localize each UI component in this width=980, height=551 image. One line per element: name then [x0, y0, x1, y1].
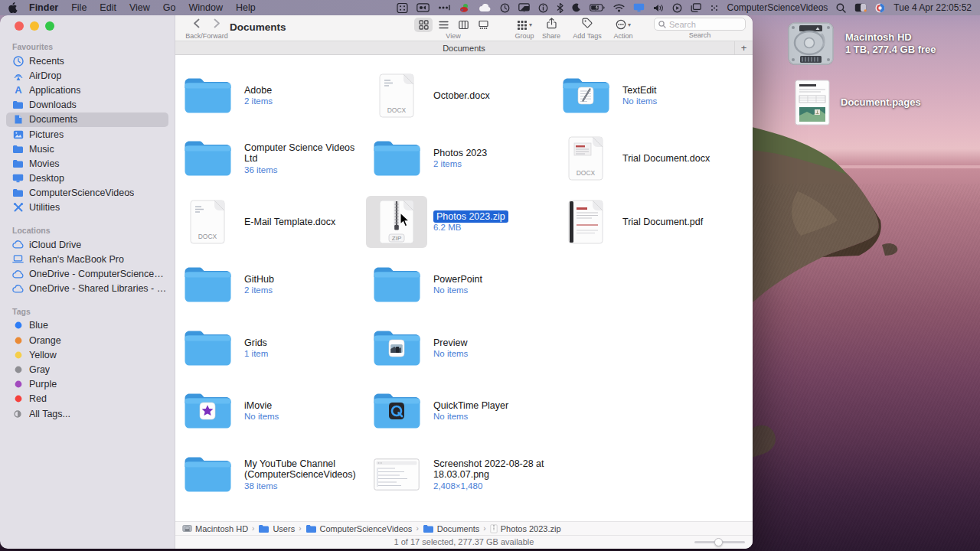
sidebar-item-onedrive-shared-libraries-comp[interactable]: OneDrive - Shared Libraries - Comp...: [6, 282, 168, 296]
menu-view[interactable]: View: [129, 2, 150, 13]
file-item-computer-science-videos-ltd[interactable]: Computer Science Videos Ltd36 items: [177, 132, 364, 185]
play-circle-icon[interactable]: [672, 3, 682, 13]
path-crumb-documents[interactable]: Documents: [423, 524, 480, 533]
app-color-icon[interactable]: [459, 3, 470, 13]
file-item-powerpoint[interactable]: PowerPointNo items: [366, 258, 553, 311]
icon-size-slider[interactable]: [694, 541, 745, 543]
sidebar-item-orange[interactable]: Orange: [6, 333, 168, 347]
user-switch-icon[interactable]: [854, 3, 867, 12]
desktop-icon-macintosh-hd[interactable]: Macintosh HD1 TB, 277.4 GB free: [787, 21, 936, 66]
new-tab-button[interactable]: +: [734, 41, 753, 54]
menu-window[interactable]: Window: [188, 2, 222, 13]
sidebar-item-purple[interactable]: Purple: [6, 377, 168, 392]
magnifier-icon[interactable]: [836, 3, 846, 13]
path-crumb-photos-2023-zip[interactable]: Photos 2023.zip: [490, 524, 561, 533]
view-columns-button[interactable]: [454, 18, 472, 32]
moon-icon[interactable]: [572, 3, 581, 12]
sidebar-item-movies[interactable]: Movies: [6, 156, 168, 171]
windows-stack-icon[interactable]: [691, 3, 701, 12]
menu-edit[interactable]: Edit: [100, 2, 116, 13]
zoom-button[interactable]: [45, 21, 54, 31]
sidebar-item-onedrive-computersciencevideos[interactable]: OneDrive - ComputerScienceVideos: [6, 266, 168, 281]
sidebar-item-pictures[interactable]: Pictures: [6, 127, 168, 142]
sidebar-item-music[interactable]: Music: [6, 142, 168, 156]
desktop-icon-document-pages[interactable]: Document.pages: [795, 80, 921, 126]
sidebar-item-rehan-s-macbook-pro[interactable]: Rehan's MacBook Pro: [6, 252, 168, 266]
timer-icon[interactable]: [500, 3, 510, 13]
add-tags-button[interactable]: [582, 18, 593, 31]
monitor-icon[interactable]: [633, 3, 645, 12]
sidebar-item-recents[interactable]: Recents: [6, 54, 168, 68]
view-gallery-button[interactable]: [474, 18, 492, 32]
file-item-october-docx[interactable]: DOCXOctober.docx: [366, 69, 553, 122]
group-button[interactable]: ▾: [517, 20, 532, 30]
minimize-button[interactable]: [30, 21, 39, 31]
file-item-my-youtube-channel-computersciencevideos[interactable]: My YouTube Channel (ComputerScienceVideo…: [177, 448, 364, 501]
sidebar-item-gray[interactable]: Gray: [6, 362, 168, 377]
screen-rec-icon[interactable]: [416, 3, 430, 12]
slider-knob[interactable]: [714, 538, 723, 546]
file-item-imovie[interactable]: iMovieNo items: [177, 384, 364, 438]
sidebar-item-label: Music: [29, 144, 54, 155]
sidebar-item-desktop[interactable]: Desktop: [6, 171, 168, 186]
display-mirror-icon[interactable]: [518, 3, 530, 12]
forward-button[interactable]: [214, 18, 220, 31]
sidebar-item-red[interactable]: Red: [6, 392, 168, 406]
file-name: Grids: [244, 337, 268, 349]
file-item-trial-document-docx[interactable]: DOCXTrial Document.docx: [555, 132, 742, 185]
apple-menu-icon[interactable]: [8, 2, 18, 13]
path-crumb-users[interactable]: Users: [258, 524, 295, 533]
file-text: TextEditNo items: [622, 85, 657, 107]
control-center-icon[interactable]: [875, 3, 885, 13]
bluetooth-icon[interactable]: [557, 3, 564, 13]
view-grid-button[interactable]: [414, 18, 433, 32]
speaker-icon[interactable]: [653, 4, 664, 12]
wifi-icon[interactable]: [613, 4, 625, 12]
file-item-e-mail-template-docx[interactable]: DOCXE-Mail Template.docx: [177, 195, 364, 249]
path-crumb-computersciencevideos[interactable]: ComputerScienceVideos: [305, 524, 413, 533]
path-crumb-macintosh-hd[interactable]: Macintosh HD: [182, 524, 248, 533]
sidebar-item-yellow[interactable]: Yellow: [6, 347, 168, 362]
sidebar-item-blue[interactable]: Blue: [6, 318, 168, 333]
app-grid-icon[interactable]: [397, 3, 408, 13]
file-item-screenshot-2022-08-28-at-18-03-07-png[interactable]: Screenshot 2022-08-28 at 18.03.07.png2,4…: [366, 448, 553, 501]
menubar-clock[interactable]: Tue 4 Apr 22:05:52: [893, 2, 972, 13]
sidebar-item-computersciencevideos[interactable]: ComputerScienceVideos: [6, 186, 168, 201]
close-button[interactable]: [15, 21, 24, 31]
sidebar-item-applications[interactable]: AApplications: [6, 83, 168, 97]
cloud-icon[interactable]: [479, 4, 492, 12]
sidebar-item-icloud-drive[interactable]: iCloud Drive: [6, 237, 168, 252]
sidebar-section-favourites: Favourites: [0, 38, 175, 54]
file-item-adobe[interactable]: Adobe2 items: [177, 69, 364, 122]
sidebar-item-all-tags[interactable]: All Tags...: [6, 406, 168, 421]
file-item-textedit[interactable]: TextEditNo items: [555, 69, 742, 122]
info-icon[interactable]: [538, 3, 548, 13]
sidebar-item-airdrop[interactable]: AirDrop: [6, 68, 168, 83]
file-item-photos-2023-zip[interactable]: ZIPPhotos 2023.zip6.2 MB: [366, 195, 553, 249]
menu-help[interactable]: Help: [236, 2, 256, 13]
file-item-photos-2023[interactable]: Photos 20232 items: [366, 132, 553, 185]
sidebar-item-documents[interactable]: Documents: [6, 112, 168, 127]
file-item-github[interactable]: GitHub2 items: [177, 258, 364, 311]
search-input[interactable]: Search: [654, 18, 746, 31]
file-item-preview[interactable]: PreviewNo items: [366, 321, 553, 375]
file-name: Adobe: [244, 85, 273, 96]
menubar-account-name[interactable]: ComputerScienceVideos: [727, 2, 828, 13]
battery-icon[interactable]: [590, 4, 605, 11]
sidebar-item-downloads[interactable]: Downloads: [6, 98, 168, 112]
share-button[interactable]: [547, 18, 557, 32]
tab-documents[interactable]: Documents: [443, 44, 485, 53]
menu-finder[interactable]: Finder: [29, 2, 58, 13]
back-button[interactable]: [193, 18, 200, 31]
ellipsis-bar-icon[interactable]: [438, 4, 450, 11]
action-button[interactable]: ▾: [616, 19, 631, 30]
drive-icon: [787, 21, 835, 66]
file-item-quicktime-player[interactable]: QuickTime PlayerNo items: [366, 384, 553, 438]
file-item-grids[interactable]: Grids1 item: [177, 321, 364, 375]
menu-go[interactable]: Go: [163, 2, 176, 13]
file-item-trial-document-pdf[interactable]: Trial Document.pdf: [555, 195, 742, 249]
menu-file[interactable]: File: [71, 2, 87, 13]
view-list-button[interactable]: [434, 18, 452, 32]
sidebar-item-utilities[interactable]: Utilities: [6, 201, 168, 215]
dots4-icon[interactable]: [710, 4, 719, 11]
